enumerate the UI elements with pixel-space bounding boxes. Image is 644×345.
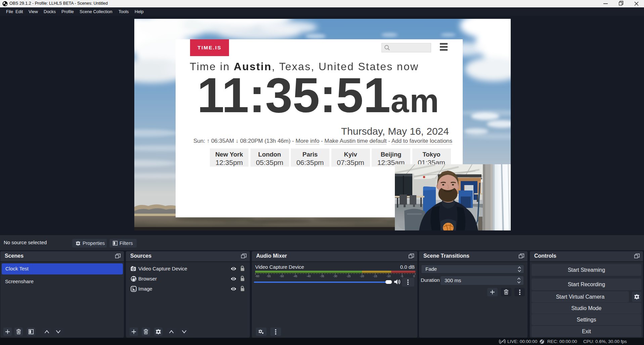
svg-text:-55: -55	[267, 274, 271, 278]
svg-text:-10: -10	[386, 274, 391, 278]
svg-text:-35: -35	[320, 274, 324, 278]
svg-text:-30: -30	[333, 274, 337, 278]
svg-text:-25: -25	[347, 274, 351, 278]
svg-text:0: 0	[413, 274, 415, 278]
svg-text:-45: -45	[293, 274, 297, 278]
svg-text:-50: -50	[280, 274, 284, 278]
svg-text:-5: -5	[401, 274, 403, 278]
svg-text:-60: -60	[255, 274, 260, 278]
svg-text:-15: -15	[373, 274, 377, 278]
svg-text:-40: -40	[307, 274, 311, 278]
svg-text:-20: -20	[360, 274, 364, 278]
